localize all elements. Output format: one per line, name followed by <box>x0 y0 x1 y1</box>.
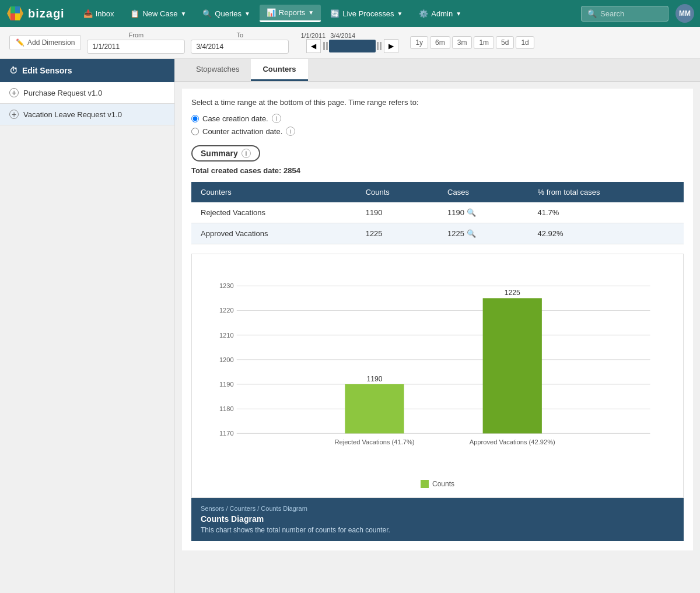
range-3m-button[interactable]: 3m <box>452 36 473 49</box>
col-header-percent: % from total cases <box>528 182 684 202</box>
reports-icon: 📊 <box>267 8 276 17</box>
radio-counter-activation-input[interactable] <box>191 128 199 135</box>
nav-inbox[interactable]: 📥 Inbox <box>76 6 121 22</box>
table-row: Rejected Vacations 1190 1190 🔍 41.7% <box>191 202 684 223</box>
nav-reports[interactable]: 📊 Reports ▼ <box>260 5 321 22</box>
avatar[interactable]: MM <box>676 4 694 23</box>
legend-counts-label: Counts <box>432 480 454 488</box>
nav-admin[interactable]: ⚙️ Admin ▼ <box>412 6 468 22</box>
admin-arrow-icon: ▼ <box>456 10 461 17</box>
svg-text:1180: 1180 <box>219 405 234 412</box>
data-table: Counters Counts Cases % from total cases… <box>191 182 684 244</box>
nav-new-case[interactable]: 📋 New Case ▼ <box>123 6 193 22</box>
nav-queries[interactable]: 🔍 Queries ▼ <box>195 6 257 22</box>
tick1 <box>323 42 325 50</box>
search-input[interactable] <box>600 9 659 18</box>
cell-cases: 1190 🔍 <box>438 202 528 223</box>
cell-percent: 41.7% <box>528 202 684 223</box>
chart-legend: Counts <box>201 480 674 488</box>
sidebar-item-vacation-leave[interactable]: + Vacation Leave Request v1.0 <box>0 104 174 125</box>
cell-counter: Rejected Vacations <box>191 202 356 223</box>
svg-marker-2 <box>15 6 20 13</box>
timeline-control: ◀ ▶ <box>306 39 398 53</box>
svg-text:1225: 1225 <box>505 289 520 297</box>
app-logo[interactable]: bizagi <box>6 4 65 23</box>
timeline-prev-button[interactable]: ◀ <box>306 39 321 53</box>
svg-text:1190: 1190 <box>366 375 382 383</box>
svg-text:Approved Vacations (42.92%): Approved Vacations (42.92%) <box>470 438 555 445</box>
cell-cases: 1225 🔍 <box>438 223 528 244</box>
sidebar: ⏱ Edit Sensors + Purchase Request v1.0 +… <box>0 59 175 593</box>
sidebar-item-purchase-request[interactable]: + Purchase Request v1.0 <box>0 82 174 104</box>
expand-purchase-icon: + <box>9 88 19 97</box>
col-header-cases: Cases <box>438 182 528 202</box>
inbox-icon: 📥 <box>83 9 93 18</box>
search-cases-icon[interactable]: 🔍 <box>467 208 476 217</box>
summary-title: Summary i <box>191 145 260 162</box>
svg-text:1200: 1200 <box>219 356 234 363</box>
admin-icon: ⚙️ <box>419 9 428 18</box>
svg-text:Rejected Vacations (41.7%): Rejected Vacations (41.7%) <box>334 438 414 445</box>
queries-arrow-icon: ▼ <box>244 10 250 17</box>
range-5d-button[interactable]: 5d <box>496 36 514 49</box>
new-case-icon: 📋 <box>130 9 139 18</box>
chart-breadcrumb: Sensors / Counters / Counts Diagram <box>201 505 674 512</box>
case-creation-info-icon[interactable]: i <box>272 114 281 123</box>
add-dimension-button[interactable]: ✏️ Add Dimension <box>9 35 81 50</box>
range-end-label: 3/4/2014 <box>330 32 355 39</box>
svg-text:1190: 1190 <box>219 381 234 388</box>
to-date-input[interactable] <box>191 40 289 54</box>
col-header-counters: Counters <box>191 182 356 202</box>
svg-text:1220: 1220 <box>219 307 234 314</box>
timeline-next-button[interactable]: ▶ <box>384 39 398 53</box>
tab-counters[interactable]: Counters <box>251 59 307 81</box>
radio-case-creation-input[interactable] <box>191 115 199 122</box>
expand-vacation-icon: + <box>9 110 19 119</box>
search-box[interactable]: 🔍 <box>581 6 668 22</box>
time-range-note: Select a time range at the bottom of thi… <box>191 98 684 107</box>
content-panel: Select a time range at the bottom of thi… <box>182 89 693 550</box>
chart-footer: Sensors / Counters / Counts Diagram Coun… <box>191 498 684 541</box>
new-case-arrow-icon: ▼ <box>180 10 186 17</box>
tick2 <box>326 42 328 50</box>
legend-counts-box <box>421 480 429 488</box>
range-1d-button[interactable]: 1d <box>516 36 534 49</box>
range-start-label: 1/1/2011 <box>300 32 326 39</box>
total-cases: Total created cases date: 2854 <box>191 166 684 175</box>
counter-activation-info-icon[interactable]: i <box>286 127 295 136</box>
pencil-icon: ✏️ <box>16 38 24 47</box>
chart-description: This chart shows the total number of cou… <box>201 526 674 534</box>
nav-live-processes[interactable]: 🔄 Live Processes ▼ <box>323 6 410 22</box>
range-1y-button[interactable]: 1y <box>410 36 428 49</box>
cell-percent: 42.92% <box>528 223 684 244</box>
svg-text:1210: 1210 <box>219 332 234 339</box>
table-row: Approved Vacations 1225 1225 🔍 42.92% <box>191 223 684 244</box>
svg-text:1170: 1170 <box>219 430 234 437</box>
tick4 <box>380 42 382 50</box>
from-date-input[interactable] <box>87 40 185 54</box>
radio-counter-activation: Counter activation date. i <box>191 127 684 136</box>
timeline-bar[interactable] <box>329 40 376 52</box>
date-range-bar: ✏️ Add Dimension From To 1/1/2011 3/4/20… <box>0 27 700 59</box>
live-processes-icon: 🔄 <box>330 9 340 18</box>
top-navigation: bizagi 📥 Inbox 📋 New Case ▼ 🔍 Queries ▼ … <box>0 0 700 27</box>
live-processes-arrow-icon: ▼ <box>397 10 402 17</box>
range-1m-button[interactable]: 1m <box>474 36 494 49</box>
chart-title: Counts Diagram <box>201 514 674 524</box>
from-label: From <box>129 31 144 38</box>
chart-container: 11701180119012001210122012301190Rejected… <box>191 254 684 498</box>
range-6m-button[interactable]: 6m <box>430 36 450 49</box>
col-header-counts: Counts <box>356 182 438 202</box>
search-cases-icon[interactable]: 🔍 <box>467 229 476 238</box>
total-cases-value: 2854 <box>284 166 300 175</box>
svg-marker-1 <box>10 6 15 13</box>
clock-icon: ⏱ <box>9 66 18 75</box>
tab-stopwatches[interactable]: Stopwatches <box>184 59 251 81</box>
summary-info-icon[interactable]: i <box>242 149 251 158</box>
svg-marker-3 <box>10 13 15 20</box>
tick3 <box>377 42 379 50</box>
bizagi-logo-icon <box>6 4 24 23</box>
cell-counter: Approved Vacations <box>191 223 356 244</box>
svg-marker-4 <box>15 13 20 20</box>
bar-chart: 11701180119012001210122012301190Rejected… <box>201 264 674 473</box>
